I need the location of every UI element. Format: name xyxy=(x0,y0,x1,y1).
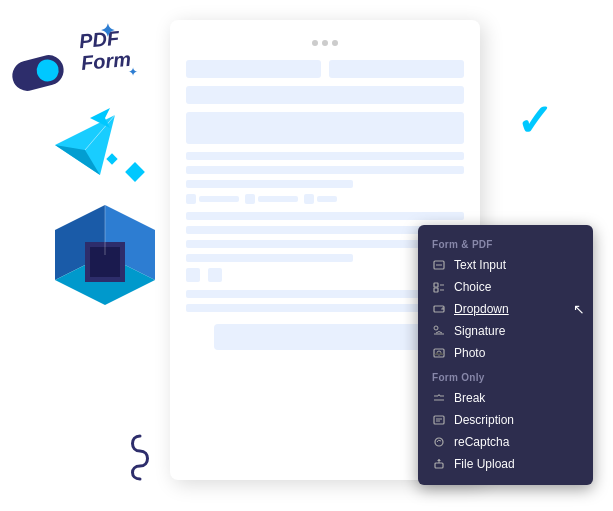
menu-item-recaptcha[interactable]: reCaptcha xyxy=(418,431,593,453)
browser-dot-3 xyxy=(332,40,338,46)
checkbox-box-2 xyxy=(245,194,255,204)
recaptcha-icon xyxy=(432,435,446,449)
choice-icon xyxy=(432,280,446,294)
checkbox-label-2 xyxy=(258,196,298,202)
toggle-switch xyxy=(9,52,67,94)
toggle-knob xyxy=(34,57,61,84)
dropdown-icon xyxy=(432,302,446,316)
menu-item-photo-label: Photo xyxy=(454,346,485,360)
squiggle-decoration xyxy=(110,431,170,481)
svg-rect-21 xyxy=(434,349,444,357)
menu-item-file-upload-label: File Upload xyxy=(454,457,515,471)
menu-item-signature[interactable]: Signature xyxy=(418,320,593,342)
svg-marker-33 xyxy=(437,459,441,461)
browser-dot-1 xyxy=(312,40,318,46)
form-line-3 xyxy=(186,180,353,188)
pdf-label-line2: Form xyxy=(80,48,132,74)
break-icon xyxy=(432,391,446,405)
menu-item-text-input[interactable]: Text Input xyxy=(418,254,593,276)
menu-item-photo[interactable]: Photo xyxy=(418,342,593,364)
checkbox-label-3 xyxy=(317,196,337,202)
cursor-icon: ↖ xyxy=(573,301,585,317)
menu-item-description[interactable]: Description xyxy=(418,409,593,431)
svg-rect-31 xyxy=(435,463,443,468)
form-line-4 xyxy=(186,212,464,220)
form-row-1 xyxy=(186,60,464,78)
checkmark-decoration: ✓ xyxy=(516,95,553,146)
checkbox-box-3 xyxy=(304,194,314,204)
form-field-name xyxy=(186,60,321,78)
menu-item-break-label: Break xyxy=(454,391,485,405)
svg-marker-23 xyxy=(434,352,444,355)
form-line-1 xyxy=(186,152,464,160)
checkbox-row-1 xyxy=(186,194,464,204)
menu-item-description-label: Description xyxy=(454,413,514,427)
menu-section-header-1: Form & PDF xyxy=(418,235,593,254)
menu-item-file-upload[interactable]: File Upload xyxy=(418,453,593,475)
text-input-icon xyxy=(432,258,446,272)
menu-item-dropdown-label: Dropdown xyxy=(454,302,509,316)
context-menu: Form & PDF Text Input Choice xyxy=(418,225,593,485)
photo-icon xyxy=(432,346,446,360)
form-field-address xyxy=(186,86,464,104)
svg-rect-27 xyxy=(434,416,444,424)
small-box-1 xyxy=(186,268,200,282)
submit-button-area xyxy=(214,324,436,350)
menu-item-choice[interactable]: Choice xyxy=(418,276,593,298)
diamond-decoration-large xyxy=(125,162,145,182)
menu-item-dropdown[interactable]: Dropdown ↖ xyxy=(418,298,593,320)
starburst-small: ✦ xyxy=(128,65,138,79)
small-box-2 xyxy=(208,268,222,282)
file-upload-icon xyxy=(432,457,446,471)
menu-item-signature-label: Signature xyxy=(454,324,505,338)
starburst-decoration: ✦ xyxy=(100,20,115,42)
svg-point-30 xyxy=(435,438,443,446)
checkbox-1 xyxy=(186,194,239,204)
background: PDF Form ✦ ✦ xyxy=(0,0,613,511)
checkbox-label-1 xyxy=(199,196,239,202)
menu-item-recaptcha-label: reCaptcha xyxy=(454,435,509,449)
svg-marker-3 xyxy=(90,108,110,128)
browser-dots xyxy=(186,40,464,46)
menu-item-choice-label: Choice xyxy=(454,280,491,294)
arrow-decoration xyxy=(90,108,120,128)
checkbox-3 xyxy=(304,194,337,204)
browser-dot-2 xyxy=(322,40,328,46)
checkbox-box-1 xyxy=(186,194,196,204)
description-icon xyxy=(432,413,446,427)
cube-decoration xyxy=(40,200,170,334)
menu-section-header-2: Form Only xyxy=(418,368,593,387)
form-field-email xyxy=(329,60,464,78)
svg-point-19 xyxy=(434,326,438,330)
form-line-2 xyxy=(186,166,464,174)
svg-rect-14 xyxy=(434,288,438,292)
signature-icon xyxy=(432,324,446,338)
form-line-7 xyxy=(186,254,353,262)
menu-item-text-input-label: Text Input xyxy=(454,258,506,272)
svg-rect-12 xyxy=(434,283,438,287)
checkbox-2 xyxy=(245,194,298,204)
form-field-message xyxy=(186,112,464,144)
menu-item-break[interactable]: Break xyxy=(418,387,593,409)
